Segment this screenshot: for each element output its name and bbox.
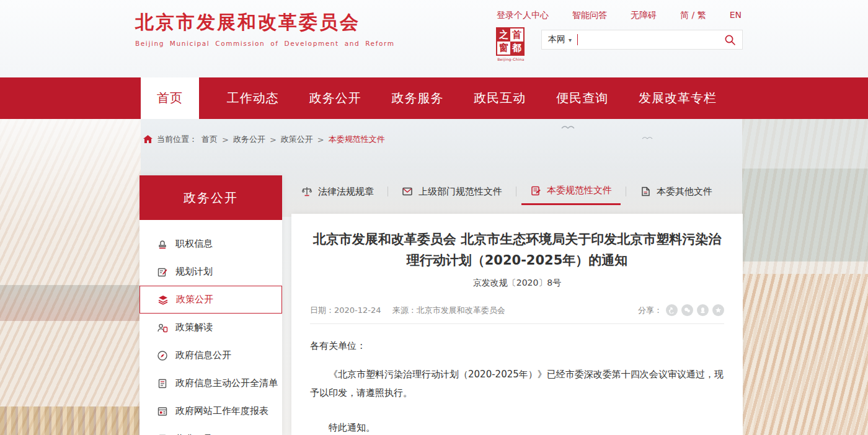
- person-document-icon: [157, 322, 168, 333]
- palace-photo-left: [0, 119, 141, 435]
- seal-char: 窗: [497, 42, 510, 55]
- share-wechat-icon[interactable]: [681, 304, 693, 316]
- main-navigation: 首页 工作动态 政务公开 政务服务 政民互动 便民查询 发展改革专栏: [0, 77, 868, 119]
- share-qq-icon[interactable]: [697, 304, 709, 316]
- share-bar: 分享：: [638, 304, 724, 316]
- nav-item-gov-disclosure[interactable]: 政务公开: [307, 77, 364, 119]
- nav-item-home[interactable]: 首页: [141, 77, 199, 119]
- search-bar: 本网 ▾: [541, 30, 743, 50]
- date-label: 日期：: [310, 305, 334, 315]
- tab-label: 法律法规规章: [318, 186, 374, 198]
- sidebar-item-label: 政府信息公开: [175, 349, 231, 361]
- capital-window-seal-link[interactable]: 之 首 窗 都 Beijing-China: [496, 27, 526, 61]
- tab-superior-normative-docs[interactable]: 上级部门规范性文件: [393, 178, 511, 205]
- paragraph-notice: 特此通知。: [310, 418, 724, 435]
- seal-char: 之: [497, 29, 510, 42]
- source-label: 来源：: [392, 305, 417, 315]
- breadcrumb-separator: >: [222, 135, 229, 144]
- breadcrumb-zwgk[interactable]: 政务公开: [233, 134, 265, 145]
- smart-qa-link[interactable]: 智能问答: [572, 10, 607, 21]
- nav-item-interaction[interactable]: 政民互动: [471, 77, 528, 119]
- accessibility-link[interactable]: 无障碍: [631, 10, 657, 21]
- sidebar-item-policy-interpretation[interactable]: 政策解读: [140, 314, 282, 341]
- nav-item-special-column[interactable]: 发展改革专栏: [636, 77, 719, 119]
- paragraph-main: 《北京市塑料污染治理行动计划（2020-2025年）》已经市委深改委第十四次会议…: [310, 365, 724, 402]
- english-link[interactable]: EN: [730, 10, 742, 21]
- document-tabs: 法律法规规章 上级部门规范性文件 本委规范性文件 本委其他文件: [293, 178, 743, 205]
- sidebar-item-authority-info[interactable]: 职权信息: [140, 230, 282, 258]
- search-icon[interactable]: [724, 34, 736, 46]
- sidebar-title: 政务公开: [140, 175, 282, 220]
- sidebar-item-label: 职权信息: [175, 238, 213, 250]
- sidebar-item-policy-disclosure[interactable]: 政策公开: [140, 286, 282, 314]
- article-body: 各有关单位： 《北京市塑料污染治理行动计划（2020-2025年）》已经市委深改…: [310, 336, 724, 435]
- breadcrumb-prefix: 当前位置：: [157, 134, 197, 145]
- share-link-icon[interactable]: [666, 304, 678, 316]
- share-favorite-icon[interactable]: [712, 304, 724, 316]
- chevron-down-icon: ▾: [569, 37, 572, 43]
- seal-char: 首: [510, 29, 523, 42]
- meta-divider: [310, 323, 724, 324]
- palace-photo-right: [742, 119, 868, 435]
- tab-label: 上级部门规范性文件: [418, 186, 502, 198]
- article-source: 北京市发展和改革委员会: [417, 305, 505, 315]
- tab-commission-normative-docs[interactable]: 本委规范性文件: [521, 178, 621, 205]
- tab-commission-other-docs[interactable]: 本委其他文件: [631, 178, 721, 205]
- article-meta: 日期：2020-12-24 来源：北京市发展和改革委员会 分享：: [310, 304, 724, 316]
- utility-links: 登录个人中心 智能问答 无障碍 简 / 繁 EN: [497, 10, 742, 21]
- site-logo-link[interactable]: 北京市发展和改革委员会 Beijing Municipal Commission…: [135, 10, 395, 47]
- sidebar-item-label: 政府网站工作年度报表: [175, 405, 268, 417]
- breadcrumb-home[interactable]: 首页: [202, 134, 218, 145]
- article-date: 2020-12-24: [334, 305, 381, 315]
- tab-label: 本委规范性文件: [547, 185, 612, 196]
- paragraph-salutation: 各有关单位：: [310, 336, 724, 355]
- date-source: 日期：2020-12-24 来源：北京市发展和改革委员会: [310, 305, 505, 316]
- scales-icon: [301, 186, 312, 197]
- document-list-icon: [157, 378, 168, 389]
- document-number: 京发改规〔2020〕8号: [310, 278, 724, 289]
- site-title: 北京市发展和改革委员会: [135, 10, 395, 35]
- seal-caption: Beijing-China: [496, 57, 526, 61]
- search-scope-dropdown[interactable]: 本网 ▾: [548, 34, 572, 45]
- article-card: 北京市发展和改革委员会 北京市生态环境局关于印发北京市塑料污染治理行动计划（20…: [291, 214, 743, 435]
- sidebar-item-website-annual-report[interactable]: 政府网站工作年度报表: [140, 397, 282, 425]
- sidebar-item-plans[interactable]: 规划计划: [140, 258, 282, 286]
- sidebar-item-label: 政策解读: [175, 322, 213, 333]
- sidebar-item-label: 政府信息主动公开全清单: [175, 377, 278, 389]
- tab-divider: [516, 187, 516, 196]
- sidebar-menu: 职权信息 规划计划 政策公开 政策解读 政府信息公开 政府信息主动公开全清单 政…: [140, 220, 282, 435]
- nav-item-gov-services[interactable]: 政务服务: [389, 77, 446, 119]
- compass-icon: [157, 350, 168, 361]
- share-label: 分享：: [638, 305, 662, 316]
- search-scope-label: 本网: [548, 34, 565, 45]
- sidebar-item-label: 政策公开: [176, 294, 213, 305]
- tab-label: 本委其他文件: [657, 186, 712, 198]
- language-toggle-link[interactable]: 简 / 繁: [680, 10, 706, 21]
- site-header: 北京市发展和改革委员会 Beijing Municipal Commission…: [0, 0, 868, 77]
- sidebar-gov-disclosure: 政务公开 职权信息 规划计划 政策公开 政策解读 政府信息公开 政府信息主动公开…: [140, 175, 282, 435]
- stamp-icon: [157, 239, 168, 250]
- home-icon: [143, 135, 153, 144]
- search-input[interactable]: [578, 30, 724, 49]
- sidebar-item-gov-info-disclosure[interactable]: 政府信息公开: [140, 341, 282, 369]
- login-link[interactable]: 登录个人中心: [497, 10, 549, 21]
- tab-divider: [626, 187, 626, 196]
- breadcrumb: 当前位置： 首页 > 政务公开 > 政策公开 > 本委规范性文件: [143, 134, 385, 145]
- nav-item-work-news[interactable]: 工作动态: [224, 77, 281, 119]
- article-title: 北京市发展和改革委员会 北京市生态环境局关于印发北京市塑料污染治理行动计划（20…: [310, 229, 724, 271]
- breadcrumb-separator: >: [317, 135, 324, 144]
- layers-icon: [157, 294, 169, 305]
- nav-item-public-query[interactable]: 便民查询: [554, 77, 611, 119]
- capital-window-seal-icon: 之 首 窗 都: [496, 27, 525, 56]
- envelope-icon: [402, 186, 413, 197]
- plan-edit-icon: [157, 266, 168, 278]
- seal-char: 都: [510, 42, 523, 55]
- tab-laws-regulations[interactable]: 法律法规规章: [293, 178, 383, 205]
- breadcrumb-policy[interactable]: 政策公开: [281, 134, 313, 145]
- sidebar-item-fee-catalog[interactable]: 收费目录: [140, 425, 282, 435]
- bird-decoration: [642, 135, 653, 139]
- sidebar-item-proactive-disclosure-list[interactable]: 政府信息主动公开全清单: [140, 369, 282, 397]
- document-icon: [640, 186, 651, 197]
- sidebar-item-label: 规划计划: [175, 266, 213, 278]
- document-pen-icon: [530, 185, 541, 196]
